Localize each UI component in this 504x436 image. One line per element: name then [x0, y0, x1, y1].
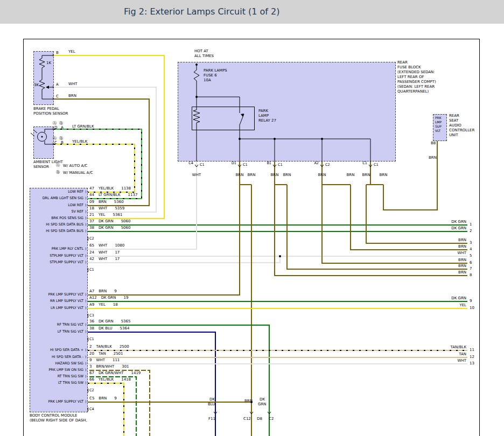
pin-number: 66: [89, 377, 94, 382]
pin-number: 09: [89, 200, 94, 204]
text-label: 3K: [34, 83, 39, 88]
wire-color: DK GRN: [101, 296, 116, 300]
bcm-pin-row: 36DK GRN5365: [89, 320, 130, 324]
circuit-number: 17: [115, 257, 120, 261]
rear-audio-caption: REAR: [449, 114, 459, 118]
fuse-block-caption: QUARTERPANEL): [397, 90, 429, 94]
pin-hook: ): [85, 381, 86, 385]
text-label: YEL/BLK: [72, 140, 87, 144]
bcm-connector-tag: C1: [88, 268, 94, 272]
terminal-number: 13: [470, 362, 474, 366]
wire-color: WHT: [99, 257, 107, 261]
text-label: WHT: [68, 82, 77, 87]
pin-hook: ): [85, 330, 86, 334]
pin-hook: ): [85, 261, 86, 264]
bcm-pin-row: 38DK BLU5364: [89, 327, 129, 331]
bcm-pin-row: A12DK GRN19: [89, 296, 128, 300]
wire-color-label: BLU: [208, 403, 215, 407]
terminal-number: 3: [470, 241, 472, 245]
bcm-pin-row: 37DK GRN5060: [89, 220, 130, 224]
terminal-number: 6: [470, 261, 472, 265]
pin-number: 21: [89, 213, 94, 217]
bcm-signal-label: LR LMP SUPPLY VLT: [30, 306, 83, 310]
pin-hook: ): [85, 229, 86, 233]
wire-color: WHT: [99, 250, 107, 255]
pin-number: 44: [89, 193, 94, 197]
brake-pedal-sensor-caption: BRAKE PEDAL: [33, 107, 59, 111]
wire-color: BRN: [99, 200, 107, 204]
connector-ref: C1: [200, 163, 205, 167]
pin-hook: ): [85, 299, 86, 303]
wire-color-label: DK: [260, 398, 265, 402]
text-label: LT GRN/BLK: [72, 125, 94, 129]
fuse-caption: FUSE 6: [204, 74, 217, 78]
bcm-pin-row: 18WHT5359: [89, 207, 124, 211]
connector-ref: C2: [269, 417, 274, 421]
circuit-number: 1080: [115, 243, 124, 248]
connector-ref: C1: [243, 163, 248, 167]
wire-color-label: DK: [209, 398, 215, 402]
pin-hook: ): [85, 210, 86, 214]
pin-hook: ): [85, 293, 86, 297]
terminal-number: 12: [470, 355, 474, 360]
legend-auto-ac: W/ AUTO A/C: [63, 164, 87, 168]
bcm-signal-label: RR LMP SUPPLY VLT: [30, 299, 83, 303]
bcm-pin-row: 44LT GRN/BLK1137: [89, 193, 137, 198]
terminal-number: 2: [470, 229, 472, 234]
brake-pedal-sensor-caption: POSITION SENSOR: [33, 112, 68, 116]
circuit-number: 1419: [131, 371, 141, 375]
pin-number: A9: [89, 303, 94, 307]
text-label: Ⓐ: [56, 164, 60, 168]
bcm-signal-label: LT TRN SIG SW: [30, 381, 83, 385]
bcm-pin-row: 66YEL/BLK1418: [89, 378, 131, 382]
circuit-number: 2500: [120, 344, 129, 349]
wire-color: WHT: [96, 358, 104, 362]
bcm-pin-row: A7BRN9: [89, 290, 117, 294]
pin-number: 24: [89, 250, 94, 255]
pin-hook: ): [85, 216, 86, 220]
pin-number: 47: [89, 186, 94, 191]
text-label: A: [61, 126, 64, 130]
circuit-number: 9: [114, 396, 116, 400]
fuse-block-pin: D1: [223, 161, 236, 165]
connector-ref: C2: [325, 163, 330, 167]
pin-hook: ): [85, 348, 86, 352]
pin-number: A12: [89, 296, 97, 300]
fuse-caption: 10A: [204, 79, 211, 83]
pin-hook: ): [52, 142, 53, 146]
text-label: C: [54, 141, 57, 145]
connector-ref: C1: [278, 163, 283, 167]
rear-audio-pin-caption: VLT: [435, 129, 440, 133]
bcm-connector-tag: C3: [88, 314, 94, 318]
pin-number: A7: [89, 289, 94, 293]
wire-color: YEL/BLK: [99, 186, 114, 191]
wire-color: YEL: [99, 213, 106, 217]
pin-number: 67: [89, 371, 94, 375]
fuse-block-pin: A2: [306, 161, 319, 165]
rear-audio-caption: SEAT: [449, 119, 458, 123]
bcm-caption: BODY CONTROL MODULE: [30, 414, 78, 418]
bcm-signal-label: PRK LMP SUPPLY VLT: [30, 400, 83, 404]
fuse-caption: PARK LAMPS: [204, 69, 227, 73]
pin-number: 9: [89, 358, 92, 362]
pin-number: 36: [89, 319, 94, 324]
fuse-block-caption: (EXTENDED SEDAN:: [397, 71, 435, 75]
rear-audio-caption: CONTROLLER: [449, 129, 474, 133]
wire-color-label: GRN: [258, 403, 267, 407]
text-label: C: [56, 95, 59, 99]
circuit-number: 5060: [121, 226, 131, 230]
wire-color: DK GRN: [99, 319, 114, 324]
rear-audio-pin-caption: PRK: [435, 116, 442, 120]
bcm-signal-label: HAZARD SW SIG: [30, 362, 83, 365]
circuit-number: 5365: [121, 319, 131, 324]
pin-hook: ): [85, 203, 86, 207]
bcm-signal-label: STPLMP SUPPLY VLT: [30, 254, 83, 258]
circuit-number: 5060: [121, 219, 131, 223]
bcm-signal-label: LOW REF: [30, 203, 83, 207]
bcm-pin-row: 47YEL/BLK1138: [89, 187, 131, 191]
connector-ref: F11: [208, 417, 215, 421]
bcm-pin-row: 42WHT17: [89, 257, 120, 262]
bcm-caption: (BELOW RIGHT SIDE OF DASH,: [30, 419, 87, 423]
terminal-number: 8: [470, 273, 472, 278]
pin-number: 18: [89, 206, 94, 210]
